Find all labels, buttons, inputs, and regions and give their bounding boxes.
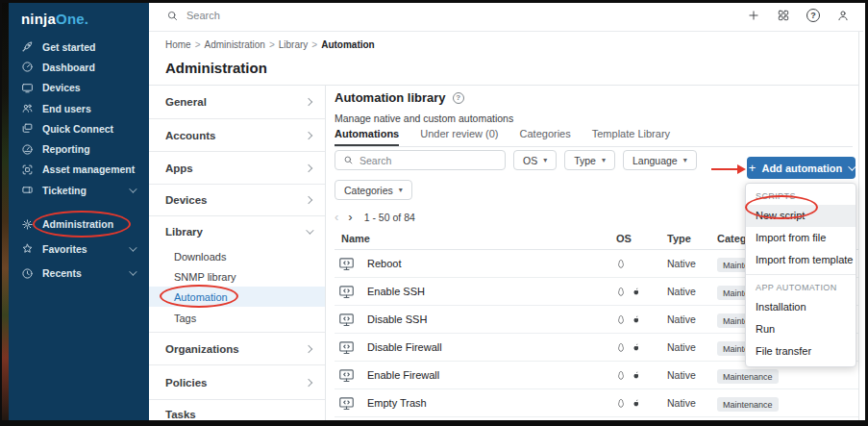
chevron-down-icon (306, 226, 313, 234)
chevron-down-icon (129, 185, 136, 192)
tab-under-review[interactable]: Under review (0) (420, 128, 498, 146)
chevron-right-icon (305, 163, 312, 171)
menu-item-new-script[interactable]: New script (746, 205, 856, 227)
caret-down-icon: ▾ (602, 156, 606, 164)
tab-bar: Automations Under review (0) Categories … (335, 128, 853, 147)
topbar: ? (149, 0, 863, 32)
pagination-range: 1 - 50 of 84 (364, 212, 415, 223)
sidebar-item-quick-connect[interactable]: Quick Connect (9, 118, 149, 138)
sidebar-item-label: Devices (42, 82, 81, 93)
os-filter[interactable]: OS▾ (513, 150, 557, 170)
sidebar-item-label: Get started (42, 41, 95, 53)
scrollbar-gutter[interactable] (858, 32, 863, 420)
admin-nav-automation[interactable]: Automation (149, 287, 325, 307)
topbar-actions: ? (747, 9, 863, 22)
page-title: Administration (165, 60, 267, 76)
menu-section-header: SCRIPTS (746, 184, 856, 205)
admin-nav-devices[interactable]: Devices (149, 185, 325, 216)
sidebar-item-end-users[interactable]: End users (9, 98, 149, 118)
script-icon (337, 312, 356, 328)
breadcrumb-administration[interactable]: Administration (205, 39, 265, 50)
tab-categories[interactable]: Categories (520, 128, 571, 146)
sidebar-item-asset-management[interactable]: Asset management (9, 160, 149, 180)
table-row[interactable]: Empty Trash Native Maintenance (335, 389, 858, 417)
gear-icon (21, 218, 34, 231)
admin-nav-tasks[interactable]: Tasks (149, 400, 325, 426)
apple-icon (632, 370, 641, 381)
search-icon (343, 155, 354, 165)
users-icon (21, 102, 34, 114)
menu-section-header: APP AUTOMATION (746, 275, 856, 296)
help-icon[interactable]: ? (453, 92, 464, 104)
plus-icon[interactable] (747, 9, 760, 22)
add-automation-button[interactable]: + Add automation (747, 157, 856, 179)
sidebar-item-recents[interactable]: Recents (9, 261, 149, 286)
add-automation-menu: SCRIPTS New script Import from file Impo… (745, 183, 856, 367)
pagination: ‹ › 1 - 50 of 84 (335, 210, 415, 224)
filter-toolbar: OS▾ Type▾ Language▾ (335, 150, 697, 170)
ticket-icon (21, 184, 34, 196)
admin-nav-downloads[interactable]: Downloads (149, 246, 325, 266)
tab-automations[interactable]: Automations (335, 128, 399, 146)
apple-icon (632, 287, 641, 297)
menu-item-run[interactable]: Run (746, 318, 856, 340)
sidebar-item-reporting[interactable]: Reporting (9, 138, 149, 159)
sidebar-item-favorites[interactable]: Favorites (9, 237, 149, 262)
section-subtitle: Manage native and custom automations (335, 113, 513, 124)
script-icon (337, 284, 356, 300)
global-search[interactable] (149, 10, 747, 22)
admin-nav-policies[interactable]: Policies (149, 365, 325, 400)
script-icon (337, 339, 356, 356)
linux-icon (616, 342, 626, 353)
menu-item-installation[interactable]: Installation (746, 296, 856, 318)
type-filter[interactable]: Type▾ (564, 150, 615, 170)
profile-icon[interactable] (836, 9, 850, 22)
sidebar-item-label: Asset management (42, 163, 135, 175)
sidebar-item-ticketing[interactable]: Ticketing (9, 180, 149, 200)
sidebar-item-devices[interactable]: Devices (9, 78, 149, 98)
sidebar-item-get-started[interactable]: Get started (9, 37, 149, 57)
rocket-icon (21, 40, 34, 53)
sidebar-item-dashboard[interactable]: Dashboard (9, 57, 149, 77)
linux-icon (616, 287, 626, 297)
chevron-down-icon (848, 163, 856, 170)
chevron-down-icon (129, 267, 136, 275)
caret-down-icon: ▾ (683, 156, 687, 164)
admin-nav-library[interactable]: Library (149, 216, 325, 246)
language-filter[interactable]: Language▾ (623, 150, 697, 170)
tab-template-library[interactable]: Template Library (592, 128, 670, 146)
apps-grid-icon[interactable] (777, 9, 790, 22)
plus-icon: + (749, 161, 756, 175)
previous-page-icon[interactable]: ‹ (335, 210, 338, 224)
library-search-input[interactable] (360, 155, 497, 166)
chevron-right-icon (305, 131, 312, 138)
script-icon (337, 256, 356, 272)
sidebar-item-label: Recents (42, 267, 82, 279)
menu-item-import-from-template[interactable]: Import from template (746, 249, 856, 271)
admin-nav-apps[interactable]: Apps (149, 152, 325, 185)
script-icon (337, 395, 356, 412)
linux-icon (616, 398, 626, 409)
sidebar-item-label: Ticketing (42, 185, 87, 196)
breadcrumb: Home>Administration>Library>Automation (165, 39, 375, 50)
apple-icon (632, 398, 641, 409)
chevron-right-icon (305, 98, 312, 106)
library-search[interactable] (335, 150, 506, 170)
categories-filter[interactable]: Categories▾ (335, 180, 412, 200)
admin-nav-snmp-library[interactable]: SNMP library (149, 266, 325, 287)
menu-item-file-transfer[interactable]: File transfer (746, 340, 856, 363)
chevron-right-icon (305, 378, 312, 386)
ninjaone-logo[interactable]: ninjaOne. (9, 0, 149, 37)
menu-item-import-from-file[interactable]: Import from file (746, 227, 856, 249)
admin-nav-accounts[interactable]: Accounts (149, 119, 325, 152)
help-icon[interactable]: ? (806, 9, 820, 22)
breadcrumb-home[interactable]: Home (165, 39, 191, 50)
admin-nav-tags[interactable]: Tags (149, 307, 325, 329)
sidebar-item-label: End users (42, 103, 91, 114)
admin-nav-organizations[interactable]: Organizations (149, 333, 325, 365)
admin-nav-general[interactable]: General (149, 86, 325, 119)
sidebar-item-administration[interactable]: Administration (9, 212, 149, 237)
global-search-input[interactable] (186, 10, 475, 21)
next-page-icon[interactable]: › (348, 210, 352, 224)
breadcrumb-library[interactable]: Library (279, 39, 309, 50)
